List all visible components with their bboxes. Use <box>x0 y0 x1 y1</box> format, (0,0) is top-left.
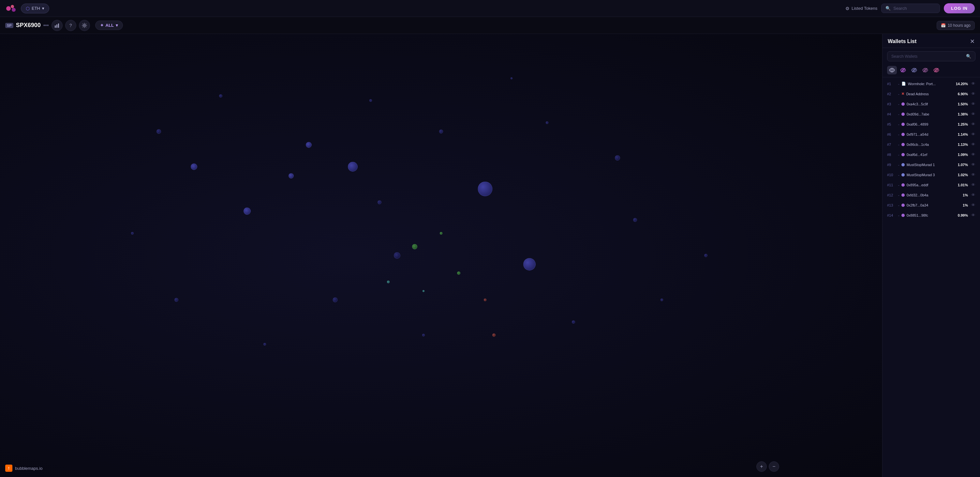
bubble-12[interactable] <box>633 218 637 222</box>
wallet-address: 0xaf06...4899 <box>907 122 951 126</box>
bubble-0[interactable] <box>156 129 161 134</box>
wallet-separator: - <box>898 92 899 96</box>
bubble-5[interactable] <box>439 129 443 134</box>
wallet-visibility-icon[interactable]: 👁 <box>971 112 975 116</box>
login-button[interactable]: LOG IN <box>944 3 975 13</box>
bubble-24[interactable] <box>440 232 442 235</box>
wallet-visibility-icon[interactable]: 👁 <box>971 122 975 127</box>
wallet-rank: #6 <box>887 132 896 136</box>
bubble-2[interactable] <box>306 142 312 148</box>
wallet-list-item[interactable]: #14 - 0x8851...98fc 0.99% 👁 <box>883 210 980 220</box>
bubble-31[interactable] <box>191 163 197 170</box>
filter-type1-button[interactable] <box>898 66 908 74</box>
listed-tokens-link[interactable]: ⚙ Listed Tokens <box>845 6 877 11</box>
wallets-filter-icons <box>883 65 980 77</box>
wallet-list-item[interactable]: #11 - 0x895a...eddf 1.01% 👁 <box>883 180 980 190</box>
bubble-1[interactable] <box>219 94 222 97</box>
wallet-visibility-icon[interactable]: 👁 <box>971 172 975 177</box>
bubble-7[interactable] <box>523 258 536 270</box>
bubble-22[interactable] <box>412 244 417 249</box>
wallet-list-item[interactable]: #3 - 0xa4c3...5c9f 1.50% 👁 <box>883 99 980 109</box>
wallet-list-item[interactable]: #5 - 0xaf06...4899 1.25% 👁 <box>883 119 980 129</box>
bubble-26[interactable] <box>484 298 487 301</box>
filter-label: ALL <box>106 23 114 28</box>
wallets-search-bar[interactable]: 🔍 <box>887 51 975 61</box>
wallet-visibility-icon[interactable]: 👁 <box>971 142 975 147</box>
wallet-address: Dead Address <box>906 92 951 96</box>
bubble-25[interactable] <box>387 281 390 283</box>
chart-icon-button[interactable] <box>51 20 63 31</box>
wallet-visibility-icon[interactable]: 👁 <box>971 132 975 137</box>
filter-type3-button[interactable] <box>920 66 930 74</box>
bubble-10[interactable] <box>546 121 548 124</box>
footer-logo-text: bubblemaps.io <box>15 466 43 471</box>
wallet-visibility-icon[interactable]: 👁 <box>971 203 975 207</box>
filter-type4-button[interactable] <box>931 66 941 74</box>
wallet-separator: - <box>898 153 899 156</box>
bubble-16[interactable] <box>422 334 425 337</box>
wallet-list-item[interactable]: #8 - 0xaf6d...41ef 1.09% 👁 <box>883 150 980 160</box>
wallet-address: 0x8851...98fc <box>907 214 951 217</box>
bubble-20[interactable] <box>369 99 372 102</box>
wallet-visibility-icon[interactable]: 👁 <box>971 162 975 167</box>
bubble-29[interactable] <box>377 200 382 204</box>
wallets-search-input[interactable] <box>891 54 963 59</box>
wallet-visibility-icon[interactable]: 👁 <box>971 193 975 198</box>
bubble-21[interactable] <box>511 77 512 79</box>
bubble-6[interactable] <box>478 182 493 196</box>
wallet-list-item[interactable]: #7 - 0x86cb...1c4a 1.13% 👁 <box>883 139 980 150</box>
wallet-visibility-icon[interactable]: 👁 <box>971 182 975 187</box>
wallet-list-item[interactable]: #10 - MustStopMurad 3 1.02% 👁 <box>883 170 980 180</box>
header: ⬡ ETH ▾ ⚙ Listed Tokens 🔍 LOG IN <box>0 0 980 17</box>
wallet-visibility-icon[interactable]: 👁 <box>971 91 975 96</box>
bubble-9[interactable] <box>333 297 338 302</box>
wallet-address: Wormhole: Port... <box>908 82 951 86</box>
bubble-27[interactable] <box>492 333 496 337</box>
bubble-18[interactable] <box>660 298 663 301</box>
zoom-in-button[interactable]: + <box>756 461 767 472</box>
wallet-list-item[interactable]: #13 - 0x2fb7...0a34 1% 👁 <box>883 200 980 210</box>
token-more-button[interactable]: ••• <box>43 22 49 29</box>
bubble-8[interactable] <box>394 252 400 259</box>
bubble-11[interactable] <box>615 155 620 161</box>
bubble-3[interactable] <box>243 207 251 215</box>
wallet-list-item[interactable]: #4 - 0xd09d...7abe 1.38% 👁 <box>883 109 980 119</box>
global-search-bar[interactable]: 🔍 <box>881 3 940 13</box>
wallet-address: 0xfd32...0b4a <box>907 193 951 197</box>
bubble-13[interactable] <box>572 321 575 324</box>
wallet-visibility-icon[interactable]: 👁 <box>971 213 975 218</box>
bubble-19[interactable] <box>131 232 134 235</box>
filter-all-wallets-button[interactable] <box>887 66 897 74</box>
zoom-out-button[interactable]: − <box>769 461 779 472</box>
filter-type2-button[interactable] <box>909 66 919 74</box>
bubble-28[interactable] <box>423 290 425 292</box>
settings-icon-button[interactable] <box>79 20 90 31</box>
wallet-list-item[interactable]: #9 - MustStopMurad 1 1.07% 👁 <box>883 160 980 170</box>
wallet-separator: - <box>898 214 899 217</box>
filter-chevron-icon: ▾ <box>116 23 118 28</box>
wallet-visibility-icon[interactable]: 👁 <box>971 81 975 86</box>
help-icon-button[interactable]: ? <box>65 20 76 31</box>
filter-all-button[interactable]: ✦ ALL ▾ <box>95 21 123 30</box>
bubble-map-canvas[interactable]: ! bubblemaps.io + − <box>0 34 882 477</box>
bubble-30[interactable] <box>288 173 294 179</box>
wallet-color-dot <box>901 123 905 126</box>
bubble-23[interactable] <box>457 271 460 275</box>
bubble-17[interactable] <box>704 254 708 257</box>
wallet-visibility-icon[interactable]: 👁 <box>971 102 975 106</box>
wallet-list-item[interactable]: #12 - 0xfd32...0b4a 1% 👁 <box>883 190 980 200</box>
sub-header: SP SPX6900 ••• ? ✦ ALL ▾ 📅 10 hours ago <box>0 17 980 34</box>
wallet-list-item[interactable]: #6 - 0xf971...a54d 1.14% 👁 <box>883 129 980 139</box>
wallet-list-item[interactable]: #2 - ✖ Dead Address 6.90% 👁 <box>883 89 980 99</box>
svg-rect-3 <box>55 26 56 28</box>
wallets-close-button[interactable]: ✕ <box>970 38 975 45</box>
calendar-icon: 📅 <box>941 23 946 28</box>
wallet-percentage: 1% <box>954 203 968 207</box>
bubble-14[interactable] <box>263 343 266 346</box>
bubble-15[interactable] <box>174 298 178 302</box>
wallet-visibility-icon[interactable]: 👁 <box>971 152 975 157</box>
search-input[interactable] <box>893 6 935 11</box>
bubble-4[interactable] <box>348 162 358 172</box>
eth-network-button[interactable]: ⬡ ETH ▾ <box>21 3 49 13</box>
wallet-list-item[interactable]: #1 - 📄 Wormhole: Port... 14.20% 👁 <box>883 79 980 89</box>
